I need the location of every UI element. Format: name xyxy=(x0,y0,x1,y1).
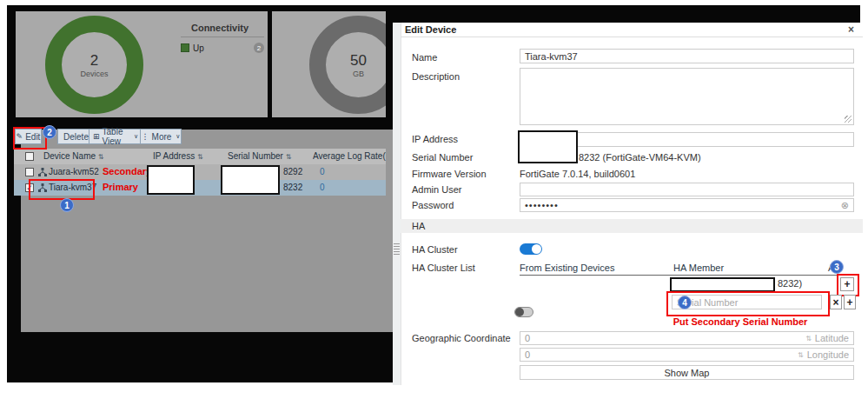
devices-donut-chart: 2 Devices xyxy=(45,16,143,114)
firmware-value: FortiGate 7.0.14, build0601 xyxy=(520,169,635,179)
select-all-checkbox[interactable] xyxy=(25,152,34,161)
clear-password-icon[interactable]: ⊗ xyxy=(841,200,849,211)
sort-icon: ⇅ xyxy=(98,153,104,161)
close-icon[interactable]: × xyxy=(848,23,854,36)
admin-user-input[interactable] xyxy=(520,183,854,196)
col-ip-address[interactable]: IP Address ⇅ xyxy=(153,151,203,161)
log-rate-link[interactable]: 0 xyxy=(320,183,325,192)
spinner-icon[interactable]: ⇅ xyxy=(798,351,804,359)
description-textarea[interactable] xyxy=(520,68,854,125)
serial-number-value: 8232 (FortiGate-VM64-KVM) xyxy=(579,152,701,163)
legend-separator xyxy=(181,37,264,37)
admin-user-label: Admin User xyxy=(412,184,461,195)
sort-icon: ⇅ xyxy=(197,153,203,161)
app-canvas: 2 Devices Connectivity Up 2 50 GB ✎Edit xyxy=(7,5,860,382)
delete-button-label: Delete xyxy=(63,132,89,142)
remove-ha-member-button[interactable]: × xyxy=(830,295,842,309)
serial-number-label: Serial Number xyxy=(412,152,473,163)
step-1-badge: 1 xyxy=(60,198,74,212)
add-ha-member-row-button[interactable]: + xyxy=(844,295,856,309)
plus-icon: + xyxy=(846,296,852,309)
delete-button[interactable]: Delete xyxy=(57,129,92,144)
row-checkbox[interactable]: ✓ xyxy=(25,183,34,192)
edit-button[interactable]: ✎Edit xyxy=(15,129,42,144)
table-header-row: Device Name ⇅ IP Address ⇅ Serial Number… xyxy=(14,149,386,164)
longitude-input[interactable]: 0 ⇅ Longitude xyxy=(520,348,854,362)
ip-address-label: IP Address xyxy=(412,134,458,144)
name-input[interactable]: Tiara-kvm37 xyxy=(520,49,854,63)
storage-unit: GB xyxy=(353,70,364,78)
row-checkbox[interactable] xyxy=(25,168,34,176)
latitude-suffix: Latitude xyxy=(815,333,849,343)
step-4-badge: 4 xyxy=(678,296,692,309)
storage-value: 50 xyxy=(350,52,367,70)
add-ha-member-button[interactable]: + xyxy=(840,277,854,291)
serial-suffix: 8232 xyxy=(283,183,302,192)
geo-coordinate-label: Geographic Coordinate xyxy=(412,333,511,343)
col-avg-log-rate[interactable]: Average Log Rate(Log xyxy=(313,151,386,161)
connectivity-legend-title: Connectivity xyxy=(176,23,263,33)
serial-number-input[interactable]: Serial Number xyxy=(672,295,822,309)
storage-widget-card: 50 GB xyxy=(272,11,386,117)
latitude-value: 0 xyxy=(525,333,530,343)
table-view-icon: ⊞ xyxy=(93,133,100,141)
serial-suffix: 8292 xyxy=(283,167,302,176)
step-2-badge: 2 xyxy=(43,125,56,139)
remove-icon: × xyxy=(832,296,838,309)
devices-count: 2 xyxy=(90,52,98,70)
ha-member-serial: 8232) xyxy=(778,278,802,289)
description-label: Description xyxy=(412,71,460,82)
up-count-badge: 2 xyxy=(254,43,264,53)
ha-section-title: HA xyxy=(412,221,425,231)
chevron-down-icon: ∨ xyxy=(176,133,180,140)
panel-resize-divider[interactable] xyxy=(393,23,401,385)
longitude-value: 0 xyxy=(525,349,530,360)
resize-handle-icon[interactable] xyxy=(845,116,851,123)
latitude-input[interactable]: 0 ⇅ Latitude xyxy=(520,331,854,345)
password-dots: •••••••• xyxy=(525,200,559,210)
table-row-juara[interactable]: Juara-kvm52 Secondary 8292 0 xyxy=(14,164,386,180)
step-3-badge: 3 xyxy=(830,260,844,274)
password-input[interactable]: •••••••• ⊗ xyxy=(520,198,854,212)
table-view-label: Table View xyxy=(103,127,129,146)
longitude-suffix: Longitude xyxy=(807,349,849,360)
more-icon: ⋮ xyxy=(142,133,149,141)
edit-button-label: Edit xyxy=(25,132,40,142)
name-label: Name xyxy=(412,52,437,63)
more-button-label: More xyxy=(152,132,172,142)
storage-donut-chart: 50 GB xyxy=(309,16,386,114)
firmware-label: Firmware Version xyxy=(412,169,487,179)
col-device-name[interactable]: Device Name ⇅ xyxy=(43,151,104,161)
serial-redaction-box xyxy=(221,165,280,195)
toggle-knob xyxy=(515,308,524,316)
devices-unit: Devices xyxy=(80,70,108,78)
devices-widget-card: 2 Devices Connectivity Up 2 xyxy=(16,11,268,117)
edit-icon: ✎ xyxy=(17,133,23,141)
sort-icon: ⇅ xyxy=(286,153,292,161)
log-rate-link[interactable]: 0 xyxy=(320,167,325,176)
toggle-knob xyxy=(532,244,541,254)
ha-cluster-icon xyxy=(38,183,47,192)
ha-member-redaction-box xyxy=(670,277,775,292)
table-view-button[interactable]: ⊞Table View∨ xyxy=(89,129,142,144)
legend-row-up: Up 2 xyxy=(181,43,264,53)
col-serial-number[interactable]: Serial Number ⇅ xyxy=(228,151,291,161)
drag-handle-icon[interactable] xyxy=(394,243,400,256)
ip-redaction-box xyxy=(147,165,195,195)
ha-list-header-row: From Existing Devices HA Member Act xyxy=(520,261,854,276)
ha-cluster-label: HA Cluster xyxy=(412,244,458,255)
secondary-serial-note: Put Secondary Serial Number xyxy=(645,316,836,327)
ha-member-toggle[interactable] xyxy=(514,307,533,317)
role-annotation: Primary xyxy=(103,182,138,192)
chevron-down-icon: ∨ xyxy=(134,133,138,140)
ha-cluster-toggle[interactable] xyxy=(520,243,542,255)
more-button[interactable]: ⋮More∨ xyxy=(140,129,182,144)
col-from-existing-devices: From Existing Devices xyxy=(520,263,614,273)
table-row-tiara[interactable]: ✓ Tiara-kvm37 Primary 8232 0 xyxy=(14,180,386,196)
spinner-icon[interactable]: ⇅ xyxy=(805,335,812,342)
screenshot-page: 2 Devices Connectivity Up 2 50 GB ✎Edit xyxy=(0,0,868,399)
show-map-button[interactable]: Show Map xyxy=(520,365,854,380)
device-name: Tiara-kvm37 xyxy=(49,183,96,192)
plus-icon: + xyxy=(844,278,850,290)
col-ha-member: HA Member xyxy=(673,263,724,273)
